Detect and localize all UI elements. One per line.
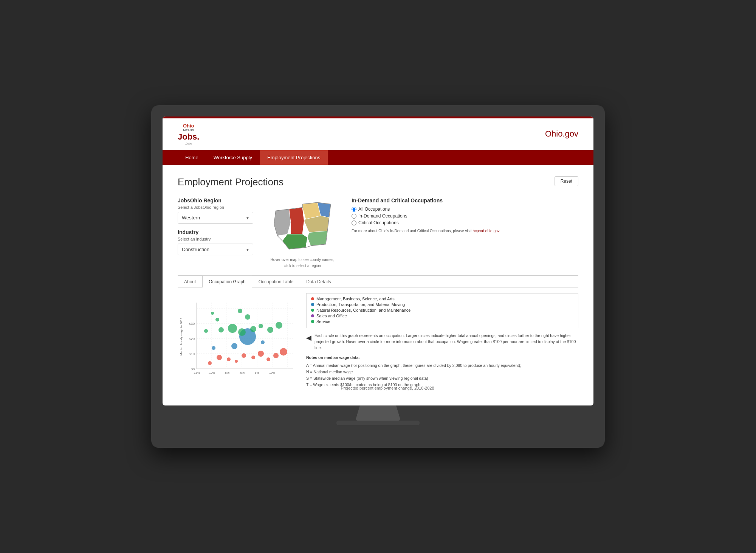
monitor-base [336, 421, 420, 425]
jobsohio-label: JobsOhio Region [178, 197, 253, 203]
left-panel: JobsOhio Region Select a JobsOhio region… [178, 197, 253, 268]
svg-marker-5 [307, 231, 327, 246]
svg-point-36 [258, 351, 264, 357]
map-caption-line2: click to select a region [265, 264, 340, 268]
graph-area: $0 $10 $20 $30 -15% -10% -5% -0% 5% 10% [178, 293, 578, 388]
radio-critical: Critical Occupations [352, 220, 578, 225]
industry-label: Industry [178, 229, 253, 235]
header: Ohio MEANS Jobs. .Jobs Ohio.gov [163, 118, 593, 150]
radio-in-demand-input[interactable] [352, 214, 356, 219]
svg-point-53 [245, 314, 250, 320]
map-panel: Hover over map to see county names, clic… [265, 197, 340, 268]
jobsohio-sublabel: Select a JobsOhio region [178, 205, 253, 210]
svg-text:Median hourly wage in 2019: Median hourly wage in 2019 [180, 318, 183, 356]
legend-item-production: Production, Transportation, and Material… [311, 302, 573, 307]
radio-critical-text: Critical Occupations [358, 220, 399, 225]
svg-text:$10: $10 [189, 352, 195, 356]
note-line-1: A = Annual median wage (for positioning … [306, 362, 578, 369]
svg-text:-10%: -10% [208, 371, 215, 374]
scatter-plot: $0 $10 $20 $30 -15% -10% -5% -0% 5% 10% [178, 293, 299, 388]
legend-dot-sales [311, 314, 314, 317]
jobsohio-select[interactable]: Western Central Northeast Northwest Sout… [178, 212, 253, 224]
page-title: Employment Projections [178, 176, 284, 188]
svg-text:$30: $30 [189, 322, 195, 326]
svg-point-48 [250, 326, 256, 332]
industry-select-wrapper: Construction Manufacturing Healthcare Te… [178, 244, 253, 255]
tabs-section: About Occupation Graph Occupation Table … [178, 275, 578, 287]
legend-dot-natural [311, 309, 314, 312]
svg-text:-5%: -5% [224, 371, 229, 374]
legend-item-sales: Sales and Office [311, 314, 573, 318]
logo: Ohio MEANS Jobs. .Jobs [178, 123, 199, 145]
svg-point-51 [276, 322, 282, 329]
legend-dot-production [311, 303, 314, 306]
nav-workforce[interactable]: Workforce Supply [206, 150, 260, 165]
tab-occupation-table[interactable]: Occupation Table [252, 276, 300, 287]
industry-select[interactable]: Construction Manufacturing Healthcare Te… [178, 244, 253, 255]
graph-info-panel: Management, Business, Science, and Arts … [306, 293, 578, 388]
svg-text:$0: $0 [191, 367, 195, 371]
svg-point-44 [204, 329, 208, 333]
notes-title: Notes on median wage data: [306, 354, 578, 361]
radio-in-demand: In-Demand Occupations [352, 213, 578, 219]
legend-box: Management, Business, Science, and Arts … [306, 293, 578, 328]
tab-data-details[interactable]: Data Details [300, 276, 337, 287]
svg-point-31 [217, 355, 222, 360]
nav-home[interactable]: Home [178, 150, 206, 165]
ohio-gov-label: Ohio.gov [545, 129, 578, 139]
tab-about[interactable]: About [178, 276, 202, 287]
tab-occupation-graph[interactable]: Occupation Graph [202, 276, 252, 287]
reset-button[interactable]: Reset [555, 176, 578, 186]
radio-in-demand-label[interactable]: In-Demand Occupations [352, 213, 578, 219]
content-area: Employment Projections Reset JobsOhio Re… [163, 165, 593, 405]
tabs-bar: About Occupation Graph Occupation Table … [178, 276, 578, 287]
legend-label-natural: Natural Resources, Construction, and Mai… [316, 308, 411, 312]
top-section: JobsOhio Region Select a JobsOhio region… [178, 197, 578, 268]
svg-marker-6 [282, 234, 307, 249]
scatter-plot-container: $0 $10 $20 $30 -15% -10% -5% -0% 5% 10% [178, 293, 299, 388]
legend-label-production: Production, Transportation, and Material… [316, 302, 405, 307]
legend-item-natural: Natural Resources, Construction, and Mai… [311, 308, 573, 312]
navigation: Home Workforce Supply Employment Project… [163, 150, 593, 165]
legend-item-service: Service [311, 319, 573, 324]
graph-description-text: Each circle on this graph represents an … [314, 333, 578, 351]
monitor: Ohio MEANS Jobs. .Jobs Ohio.gov Home Wor… [151, 105, 605, 448]
svg-point-47 [238, 328, 246, 336]
logo-jobs: Jobs. [178, 132, 199, 142]
in-demand-link[interactable]: hcprod.ohio.gov [472, 229, 499, 233]
legend-label-sales: Sales and Office [316, 314, 347, 318]
svg-point-33 [235, 360, 238, 363]
legend-label-service: Service [316, 319, 330, 324]
site-wrapper: Ohio MEANS Jobs. .Jobs Ohio.gov Home Wor… [163, 117, 593, 406]
radio-in-demand-text: In-Demand Occupations [358, 213, 407, 219]
in-demand-title: In-Demand and Critical Occupations [352, 197, 578, 203]
legend-label-management: Management, Business, Science, and Arts [316, 297, 395, 301]
industry-sublabel: Select an industry [178, 237, 253, 241]
right-panel: In-Demand and Critical Occupations All O… [352, 197, 578, 268]
ohio-gov-rest: hio.gov [552, 129, 578, 138]
svg-point-49 [259, 324, 263, 328]
radio-all-text: All Occupations [358, 207, 390, 212]
radio-all-input[interactable] [352, 207, 356, 212]
radio-critical-input[interactable] [352, 221, 356, 225]
graph-arrow-description: ◀ Each circle on this graph represents a… [306, 333, 578, 351]
legend-item-management: Management, Business, Science, and Arts [311, 297, 573, 301]
legend-dot-management [311, 297, 314, 300]
nav-employment[interactable]: Employment Projections [260, 150, 328, 165]
in-demand-section: In-Demand and Critical Occupations All O… [352, 197, 578, 234]
ohio-map[interactable] [268, 197, 336, 254]
svg-point-54 [211, 312, 214, 315]
radio-all-label[interactable]: All Occupations [352, 207, 578, 212]
notes-section: Notes on median wage data: A = Annual me… [306, 354, 578, 388]
radio-critical-label[interactable]: Critical Occupations [352, 220, 578, 225]
note-line-2: N = National median wage [306, 369, 578, 375]
svg-point-37 [266, 357, 270, 361]
ohio-gov-o: O [545, 129, 552, 138]
svg-point-45 [218, 327, 224, 332]
svg-point-43 [261, 340, 265, 344]
industry-section: Industry Select an industry Construction… [178, 229, 253, 255]
svg-point-50 [267, 327, 273, 333]
svg-point-34 [242, 353, 246, 358]
svg-marker-1 [289, 208, 304, 235]
in-demand-note-text: For more about Ohio's In-Demand and Crit… [352, 229, 472, 233]
